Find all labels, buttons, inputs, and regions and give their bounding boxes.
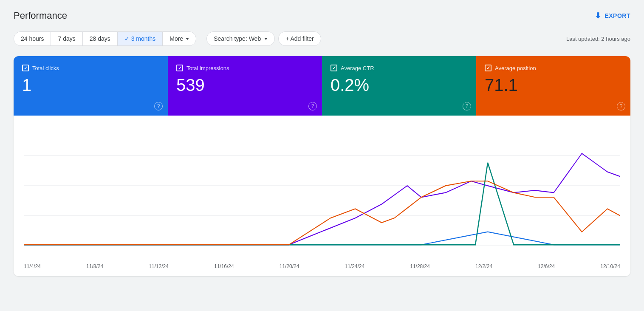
clicks-line [24,232,620,245]
main-card: Total clicks 1 ? Total impressions 539 ?… [14,56,630,276]
metric-average-position[interactable]: Average position 71.1 ? [476,56,630,116]
last-updated-label: Last updated: 2 hours ago [566,36,630,42]
add-filter-button[interactable]: + Add filter [278,31,321,46]
search-type-filter[interactable]: Search type: Web [206,31,275,46]
search-type-chevron-icon [264,38,268,40]
page-header: Performance ⬇ EXPORT [14,10,630,21]
impressions-line [24,153,620,245]
x-label-6: 11/28/24 [410,263,430,269]
metric-total-clicks[interactable]: Total clicks 1 ? [14,56,168,116]
x-label-3: 11/16/24 [214,263,234,269]
metric-average-ctr[interactable]: Average CTR 0.2% ? [322,56,476,116]
metric-total-impressions[interactable]: Total impressions 539 ? [168,56,322,116]
metric-average-ctr-label: Average CTR [330,65,468,71]
average-position-checkbox[interactable] [485,65,491,71]
x-label-7: 12/2/24 [475,263,492,269]
average-position-value: 71.1 [485,76,622,93]
x-label-8: 12/6/24 [538,263,555,269]
average-ctr-checkbox[interactable] [330,65,337,71]
total-clicks-help-icon[interactable]: ? [154,102,163,110]
total-impressions-checkbox[interactable] [176,65,183,71]
x-label-2: 11/12/24 [149,263,169,269]
performance-chart [24,126,620,255]
page-title: Performance [14,10,67,21]
toolbar: 24 hours 7 days 28 days ✓ 3 months More … [14,31,630,46]
total-impressions-value: 539 [176,76,314,93]
x-label-0: 11/4/24 [24,263,41,269]
total-clicks-checkbox[interactable] [22,65,29,71]
filter-7d[interactable]: 7 days [51,32,82,45]
x-label-9: 12/10/24 [600,263,620,269]
export-button[interactable]: ⬇ EXPORT [595,11,630,20]
ctr-line [24,163,620,245]
chevron-down-icon [186,38,189,40]
total-impressions-help-icon[interactable]: ? [308,102,317,110]
filter-28d[interactable]: 28 days [83,32,118,45]
download-icon: ⬇ [595,11,602,20]
average-position-help-icon[interactable]: ? [617,102,625,110]
filter-more[interactable]: More [163,32,196,45]
x-label-4: 11/20/24 [280,263,299,269]
metrics-row: Total clicks 1 ? Total impressions 539 ?… [14,56,630,116]
total-clicks-value: 1 [22,76,159,93]
average-ctr-value: 0.2% [330,76,468,93]
metric-total-impressions-label: Total impressions [176,65,314,71]
x-label-1: 11/8/24 [86,263,103,269]
filter-3months[interactable]: ✓ 3 months [118,32,163,45]
x-axis-labels: 11/4/24 11/8/24 11/12/24 11/16/24 11/20/… [14,260,630,276]
page-container: Performance ⬇ EXPORT 24 hours 7 days 28 … [0,0,644,286]
x-label-5: 11/24/24 [345,263,364,269]
metric-average-position-label: Average position [485,65,622,71]
time-filter-group: 24 hours 7 days 28 days ✓ 3 months More [14,31,196,46]
metric-total-clicks-label: Total clicks [22,65,159,71]
filter-24h[interactable]: 24 hours [14,32,51,45]
average-ctr-help-icon[interactable]: ? [463,102,471,110]
chart-area [14,116,630,260]
